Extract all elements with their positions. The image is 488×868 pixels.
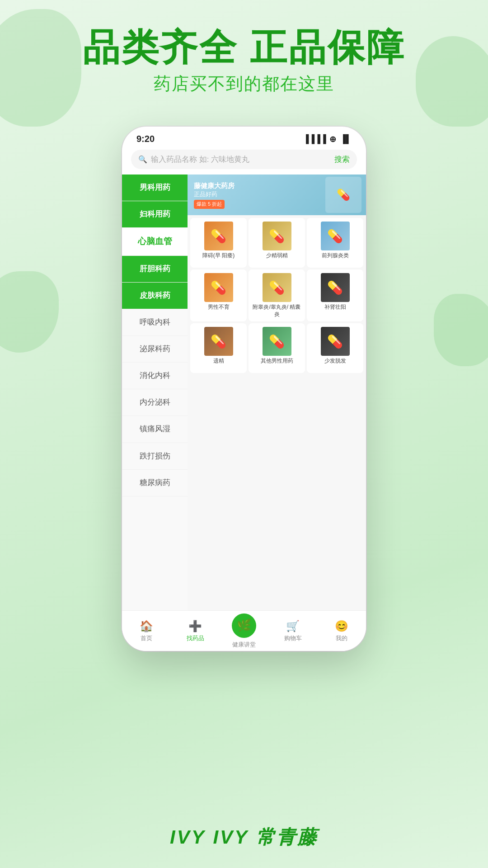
signal-icon: ▐▐▐▐ [303, 134, 326, 144]
banner-store-name: 藤健康大药房 [194, 181, 235, 190]
product-name-2: 前列腺炎类 [310, 252, 360, 259]
wifi-icon: ⊕ [329, 134, 336, 144]
product-image-4: 💊 [263, 273, 291, 302]
sidebar-item-9[interactable]: 镇痛风湿 [122, 416, 188, 443]
product-image-2: 💊 [321, 222, 350, 250]
product-image-0: 💊 [204, 222, 233, 250]
product-name-0: 障碍(早 阳痿) [194, 252, 243, 259]
brand-ivy: IVY [170, 826, 206, 848]
banner-badge: 爆款 5 折起 [194, 200, 225, 208]
search-button[interactable]: 搜索 [334, 154, 350, 165]
pharmacy-banner[interactable]: 藤健康大药房 正品好药 爆款 5 折起 💊 [188, 175, 366, 215]
product-name-6: 遗精 [194, 358, 243, 365]
nav-center-icon: 🌿 [232, 613, 256, 638]
sidebar-item-1[interactable]: 妇科用药 [122, 201, 188, 228]
product-name-3: 男性不育 [194, 304, 243, 311]
nav-label-4: 我的 [336, 634, 347, 642]
banner-text: 藤健康大药房 正品好药 爆款 5 折起 [194, 181, 235, 209]
product-name-1: 少精弱精 [252, 252, 301, 259]
product-grid: 💊障碍(早 阳痿)💊少精弱精💊前列腺炎类💊男性不育💊附睾炎/睾丸炎/ 精囊炎💊补… [190, 218, 363, 373]
search-bar[interactable]: 🔍 输入药品名称 如: 六味地黄丸 搜索 [131, 150, 357, 169]
product-name-8: 少发脱发 [310, 358, 360, 365]
product-item-5[interactable]: 💊补肾壮阳 [307, 269, 363, 321]
sidebar-item-10[interactable]: 跌打损伤 [122, 443, 188, 470]
bottom-nav: 🏠首页➕找药品🌿健康讲堂🛒购物车😊我的 [122, 610, 366, 651]
product-item-0[interactable]: 💊障碍(早 阳痿) [190, 218, 247, 268]
product-image-8: 💊 [321, 327, 350, 356]
product-name-7: 其他男性用药 [252, 358, 301, 365]
product-item-2[interactable]: 💊前列腺炎类 [307, 218, 363, 268]
product-item-6[interactable]: 💊遗精 [190, 323, 247, 373]
banner-tagline: 正品好药 [194, 190, 235, 198]
search-icon: 🔍 [138, 155, 147, 164]
nav-label-1: 找药品 [187, 634, 204, 642]
product-item-8[interactable]: 💊少发脱发 [307, 323, 363, 373]
sidebar-item-11[interactable]: 糖尿病药 [122, 470, 188, 496]
nav-item-找药品[interactable]: ➕找药品 [171, 620, 220, 642]
phone-mockup: 9:20 ▐▐▐▐ ⊕ ▐▌ 🔍 输入药品名称 如: 六味地黄丸 搜索 男科用药… [122, 127, 366, 651]
nav-icon-3: 🛒 [286, 620, 300, 632]
nav-label-2: 健康讲堂 [232, 641, 256, 649]
banner-image: 💊 [325, 177, 361, 213]
product-image-3: 💊 [204, 273, 233, 302]
footer-brand: IVY IVY 常青藤 [0, 825, 488, 850]
search-input[interactable]: 输入药品名称 如: 六味地黄丸 [151, 154, 331, 165]
nav-icon-4: 😊 [335, 620, 348, 632]
sidebar-item-3[interactable]: 肝胆科药 [122, 256, 188, 283]
sidebar-item-5[interactable]: 呼吸内科 [122, 309, 188, 336]
nav-label-3: 购物车 [284, 634, 302, 642]
sidebar-item-6[interactable]: 泌尿科药 [122, 336, 188, 363]
status-bar: 9:20 ▐▐▐▐ ⊕ ▐▌ [122, 127, 366, 148]
product-name-5: 补肾壮阳 [310, 304, 360, 311]
nav-item-我的[interactable]: 😊我的 [317, 620, 366, 642]
product-section: 💊障碍(早 阳痿)💊少精弱精💊前列腺炎类💊男性不育💊附睾炎/睾丸炎/ 精囊炎💊补… [188, 215, 366, 376]
status-time: 9:20 [136, 134, 155, 144]
product-item-4[interactable]: 💊附睾炎/睾丸炎/ 精囊炎 [249, 269, 305, 321]
product-name-4: 附睾炎/睾丸炎/ 精囊炎 [252, 304, 301, 318]
product-image-6: 💊 [204, 327, 233, 356]
brand-chinese: IVY 常青藤 [213, 826, 318, 848]
phone-content: 男科用药妇科用药心脑血管肝胆科药皮肤科药呼吸内科泌尿科药消化内科内分泌科镇痛风湿… [122, 175, 366, 640]
nav-item-购物车[interactable]: 🛒购物车 [268, 620, 317, 642]
sidebar-item-0[interactable]: 男科用药 [122, 175, 188, 201]
nav-icon-1: ➕ [188, 620, 202, 632]
nav-item-健康讲堂[interactable]: 🌿健康讲堂 [220, 613, 268, 649]
product-item-3[interactable]: 💊男性不育 [190, 269, 247, 321]
sidebar-item-4[interactable]: 皮肤科药 [122, 283, 188, 309]
main-content: 藤健康大药房 正品好药 爆款 5 折起 💊 💊障碍(早 阳痿)💊少精弱精💊前列腺… [188, 175, 366, 640]
nav-label-0: 首页 [141, 634, 152, 642]
sidebar-item-2[interactable]: 心脑血管 [122, 228, 188, 256]
product-image-5: 💊 [321, 273, 350, 302]
sidebar-item-8[interactable]: 内分泌科 [122, 389, 188, 416]
product-item-1[interactable]: 💊少精弱精 [249, 218, 305, 268]
battery-icon: ▐▌ [340, 134, 352, 144]
product-item-7[interactable]: 💊其他男性用药 [249, 323, 305, 373]
bg-decoration-ml [0, 271, 59, 353]
header: 品类齐全 正品保障 药店买不到的都在这里 [0, 27, 488, 95]
product-image-1: 💊 [263, 222, 291, 250]
nav-icon-0: 🏠 [140, 620, 153, 632]
header-sub-title: 药店买不到的都在这里 [0, 72, 488, 95]
bg-decoration-mr [434, 294, 488, 366]
product-image-7: 💊 [263, 327, 291, 356]
nav-item-首页[interactable]: 🏠首页 [122, 620, 171, 642]
status-icons: ▐▐▐▐ ⊕ ▐▌ [303, 134, 352, 144]
sidebar-item-7[interactable]: 消化内科 [122, 363, 188, 389]
header-main-title: 品类齐全 正品保障 [0, 27, 488, 68]
category-sidebar: 男科用药妇科用药心脑血管肝胆科药皮肤科药呼吸内科泌尿科药消化内科内分泌科镇痛风湿… [122, 175, 188, 640]
